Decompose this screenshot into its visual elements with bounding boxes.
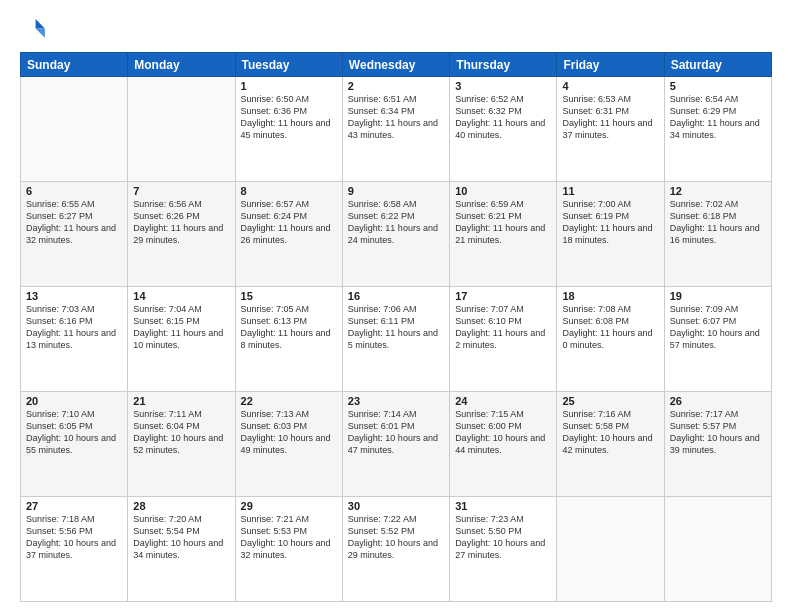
svg-marker-1 bbox=[36, 28, 45, 37]
day-number: 30 bbox=[348, 500, 444, 512]
calendar-cell bbox=[664, 497, 771, 602]
calendar-week-1: 1Sunrise: 6:50 AMSunset: 6:36 PMDaylight… bbox=[21, 77, 772, 182]
calendar-cell: 14Sunrise: 7:04 AMSunset: 6:15 PMDayligh… bbox=[128, 287, 235, 392]
day-number: 14 bbox=[133, 290, 229, 302]
day-info: Sunrise: 6:57 AMSunset: 6:24 PMDaylight:… bbox=[241, 198, 337, 247]
day-info: Sunrise: 7:02 AMSunset: 6:18 PMDaylight:… bbox=[670, 198, 766, 247]
day-number: 26 bbox=[670, 395, 766, 407]
calendar-table: SundayMondayTuesdayWednesdayThursdayFrid… bbox=[20, 52, 772, 602]
day-info: Sunrise: 7:06 AMSunset: 6:11 PMDaylight:… bbox=[348, 303, 444, 352]
day-info: Sunrise: 7:15 AMSunset: 6:00 PMDaylight:… bbox=[455, 408, 551, 457]
calendar-cell: 2Sunrise: 6:51 AMSunset: 6:34 PMDaylight… bbox=[342, 77, 449, 182]
calendar-col-sunday: Sunday bbox=[21, 53, 128, 77]
calendar-cell: 1Sunrise: 6:50 AMSunset: 6:36 PMDaylight… bbox=[235, 77, 342, 182]
calendar-cell: 18Sunrise: 7:08 AMSunset: 6:08 PMDayligh… bbox=[557, 287, 664, 392]
calendar-week-2: 6Sunrise: 6:55 AMSunset: 6:27 PMDaylight… bbox=[21, 182, 772, 287]
day-info: Sunrise: 7:05 AMSunset: 6:13 PMDaylight:… bbox=[241, 303, 337, 352]
day-info: Sunrise: 7:17 AMSunset: 5:57 PMDaylight:… bbox=[670, 408, 766, 457]
day-number: 21 bbox=[133, 395, 229, 407]
day-number: 15 bbox=[241, 290, 337, 302]
calendar-cell: 15Sunrise: 7:05 AMSunset: 6:13 PMDayligh… bbox=[235, 287, 342, 392]
calendar-cell: 30Sunrise: 7:22 AMSunset: 5:52 PMDayligh… bbox=[342, 497, 449, 602]
calendar-cell: 6Sunrise: 6:55 AMSunset: 6:27 PMDaylight… bbox=[21, 182, 128, 287]
calendar-col-friday: Friday bbox=[557, 53, 664, 77]
day-info: Sunrise: 7:20 AMSunset: 5:54 PMDaylight:… bbox=[133, 513, 229, 562]
day-info: Sunrise: 6:53 AMSunset: 6:31 PMDaylight:… bbox=[562, 93, 658, 142]
day-info: Sunrise: 7:23 AMSunset: 5:50 PMDaylight:… bbox=[455, 513, 551, 562]
day-info: Sunrise: 6:56 AMSunset: 6:26 PMDaylight:… bbox=[133, 198, 229, 247]
day-info: Sunrise: 6:52 AMSunset: 6:32 PMDaylight:… bbox=[455, 93, 551, 142]
calendar-cell: 17Sunrise: 7:07 AMSunset: 6:10 PMDayligh… bbox=[450, 287, 557, 392]
calendar-cell: 13Sunrise: 7:03 AMSunset: 6:16 PMDayligh… bbox=[21, 287, 128, 392]
calendar-cell: 29Sunrise: 7:21 AMSunset: 5:53 PMDayligh… bbox=[235, 497, 342, 602]
day-info: Sunrise: 7:09 AMSunset: 6:07 PMDaylight:… bbox=[670, 303, 766, 352]
calendar-cell: 12Sunrise: 7:02 AMSunset: 6:18 PMDayligh… bbox=[664, 182, 771, 287]
day-number: 8 bbox=[241, 185, 337, 197]
calendar-col-thursday: Thursday bbox=[450, 53, 557, 77]
day-info: Sunrise: 6:55 AMSunset: 6:27 PMDaylight:… bbox=[26, 198, 122, 247]
day-info: Sunrise: 7:08 AMSunset: 6:08 PMDaylight:… bbox=[562, 303, 658, 352]
calendar-cell bbox=[128, 77, 235, 182]
day-number: 9 bbox=[348, 185, 444, 197]
calendar-cell: 8Sunrise: 6:57 AMSunset: 6:24 PMDaylight… bbox=[235, 182, 342, 287]
calendar-week-3: 13Sunrise: 7:03 AMSunset: 6:16 PMDayligh… bbox=[21, 287, 772, 392]
calendar-col-monday: Monday bbox=[128, 53, 235, 77]
calendar-col-saturday: Saturday bbox=[664, 53, 771, 77]
calendar-cell: 7Sunrise: 6:56 AMSunset: 6:26 PMDaylight… bbox=[128, 182, 235, 287]
day-info: Sunrise: 7:14 AMSunset: 6:01 PMDaylight:… bbox=[348, 408, 444, 457]
logo bbox=[20, 16, 52, 44]
day-number: 19 bbox=[670, 290, 766, 302]
calendar-cell: 10Sunrise: 6:59 AMSunset: 6:21 PMDayligh… bbox=[450, 182, 557, 287]
calendar-cell: 3Sunrise: 6:52 AMSunset: 6:32 PMDaylight… bbox=[450, 77, 557, 182]
day-number: 25 bbox=[562, 395, 658, 407]
day-info: Sunrise: 7:18 AMSunset: 5:56 PMDaylight:… bbox=[26, 513, 122, 562]
day-info: Sunrise: 7:07 AMSunset: 6:10 PMDaylight:… bbox=[455, 303, 551, 352]
calendar-cell: 26Sunrise: 7:17 AMSunset: 5:57 PMDayligh… bbox=[664, 392, 771, 497]
calendar-cell: 5Sunrise: 6:54 AMSunset: 6:29 PMDaylight… bbox=[664, 77, 771, 182]
day-number: 10 bbox=[455, 185, 551, 197]
day-number: 13 bbox=[26, 290, 122, 302]
calendar-cell bbox=[557, 497, 664, 602]
day-info: Sunrise: 7:21 AMSunset: 5:53 PMDaylight:… bbox=[241, 513, 337, 562]
day-number: 28 bbox=[133, 500, 229, 512]
day-number: 11 bbox=[562, 185, 658, 197]
day-number: 18 bbox=[562, 290, 658, 302]
day-number: 22 bbox=[241, 395, 337, 407]
calendar-cell: 31Sunrise: 7:23 AMSunset: 5:50 PMDayligh… bbox=[450, 497, 557, 602]
logo-icon bbox=[20, 16, 48, 44]
day-number: 1 bbox=[241, 80, 337, 92]
day-number: 31 bbox=[455, 500, 551, 512]
day-number: 3 bbox=[455, 80, 551, 92]
calendar-header-row: SundayMondayTuesdayWednesdayThursdayFrid… bbox=[21, 53, 772, 77]
calendar-cell bbox=[21, 77, 128, 182]
day-number: 29 bbox=[241, 500, 337, 512]
calendar-cell: 22Sunrise: 7:13 AMSunset: 6:03 PMDayligh… bbox=[235, 392, 342, 497]
day-number: 5 bbox=[670, 80, 766, 92]
day-number: 6 bbox=[26, 185, 122, 197]
day-info: Sunrise: 6:50 AMSunset: 6:36 PMDaylight:… bbox=[241, 93, 337, 142]
day-info: Sunrise: 7:22 AMSunset: 5:52 PMDaylight:… bbox=[348, 513, 444, 562]
day-number: 12 bbox=[670, 185, 766, 197]
calendar-cell: 28Sunrise: 7:20 AMSunset: 5:54 PMDayligh… bbox=[128, 497, 235, 602]
day-number: 2 bbox=[348, 80, 444, 92]
day-number: 7 bbox=[133, 185, 229, 197]
day-info: Sunrise: 6:58 AMSunset: 6:22 PMDaylight:… bbox=[348, 198, 444, 247]
day-info: Sunrise: 7:13 AMSunset: 6:03 PMDaylight:… bbox=[241, 408, 337, 457]
day-number: 24 bbox=[455, 395, 551, 407]
day-info: Sunrise: 6:54 AMSunset: 6:29 PMDaylight:… bbox=[670, 93, 766, 142]
page: SundayMondayTuesdayWednesdayThursdayFrid… bbox=[0, 0, 792, 612]
calendar-cell: 25Sunrise: 7:16 AMSunset: 5:58 PMDayligh… bbox=[557, 392, 664, 497]
day-info: Sunrise: 6:51 AMSunset: 6:34 PMDaylight:… bbox=[348, 93, 444, 142]
day-number: 20 bbox=[26, 395, 122, 407]
day-info: Sunrise: 7:03 AMSunset: 6:16 PMDaylight:… bbox=[26, 303, 122, 352]
day-info: Sunrise: 7:16 AMSunset: 5:58 PMDaylight:… bbox=[562, 408, 658, 457]
day-number: 16 bbox=[348, 290, 444, 302]
day-number: 27 bbox=[26, 500, 122, 512]
calendar-cell: 4Sunrise: 6:53 AMSunset: 6:31 PMDaylight… bbox=[557, 77, 664, 182]
calendar-cell: 9Sunrise: 6:58 AMSunset: 6:22 PMDaylight… bbox=[342, 182, 449, 287]
calendar-week-4: 20Sunrise: 7:10 AMSunset: 6:05 PMDayligh… bbox=[21, 392, 772, 497]
day-info: Sunrise: 7:10 AMSunset: 6:05 PMDaylight:… bbox=[26, 408, 122, 457]
day-info: Sunrise: 7:00 AMSunset: 6:19 PMDaylight:… bbox=[562, 198, 658, 247]
header bbox=[20, 16, 772, 44]
calendar-col-tuesday: Tuesday bbox=[235, 53, 342, 77]
